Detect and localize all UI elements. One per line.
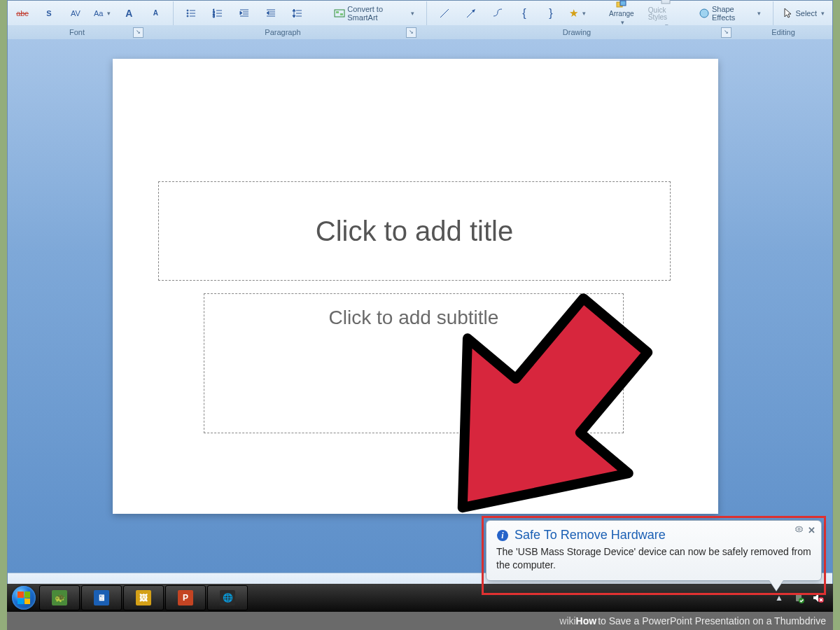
svg-marker-16: [240, 11, 242, 15]
svg-marker-26: [293, 9, 295, 11]
taskbar-app-3[interactable]: 🖼: [123, 585, 164, 610]
slide-canvas[interactable]: Click to add title Click to add subtitle: [113, 59, 718, 514]
convert-smartart-button[interactable]: Convert to SmartArt: [328, 2, 421, 24]
svg-point-2: [187, 13, 188, 14]
increase-indent-button[interactable]: [259, 4, 283, 23]
bullets-button[interactable]: [179, 4, 203, 23]
select-button[interactable]: Select: [778, 2, 830, 24]
arrange-button[interactable]: Arrange: [604, 1, 639, 25]
caption-how: How: [576, 615, 597, 626]
balloon-close-icon[interactable]: ✕: [808, 525, 816, 536]
quick-styles-icon: [660, 0, 671, 5]
slide-workspace[interactable]: Click to add title Click to add subtitle: [8, 39, 832, 573]
editing-group-label: Editing: [734, 25, 832, 39]
drawing-group-label: Drawing↘: [419, 25, 734, 39]
subtitle-placeholder[interactable]: Click to add subtitle: [204, 293, 624, 433]
quick-styles-button[interactable]: Quick Styles: [642, 1, 690, 25]
group-separator: [773, 1, 774, 25]
tray-safely-remove-icon[interactable]: [792, 592, 805, 604]
shape-brace-right-button[interactable]: }: [539, 4, 563, 23]
group-separator: [426, 1, 427, 25]
taskbar-powerpoint[interactable]: P: [165, 585, 206, 610]
shape-arrow-button[interactable]: [459, 4, 483, 23]
shape-brace-left-button[interactable]: {: [512, 4, 536, 23]
convert-smartart-label: Convert to SmartArt: [347, 5, 407, 22]
char-spacing-icon: AV: [70, 8, 81, 19]
caption-title: to Save a PowerPoint Presentation on a T…: [598, 615, 826, 626]
balloon-body[interactable]: ✕ i Safe To Remove Hardware The 'USB Mas…: [486, 520, 822, 581]
balloon-title: Safe To Remove Hardware: [514, 528, 666, 542]
text-shadow-button[interactable]: S: [37, 4, 61, 23]
char-spacing-button[interactable]: AV: [64, 4, 88, 23]
shape-effects-button[interactable]: Shape Effects: [692, 2, 767, 24]
system-tray: ▲: [773, 592, 830, 604]
svg-point-4: [187, 15, 188, 17]
decrease-indent-icon: [239, 8, 250, 19]
decrease-indent-button[interactable]: [232, 4, 256, 23]
shape-star-button[interactable]: ★: [566, 4, 589, 23]
shape-connector-button[interactable]: [486, 4, 510, 23]
wikihow-caption: wikiHow to Save a PowerPoint Presentatio…: [7, 612, 833, 630]
svg-text:3: 3: [213, 14, 215, 18]
star-icon: ★: [569, 8, 578, 19]
strikethrough-icon: abc: [17, 8, 28, 19]
arrange-label: Arrange: [609, 10, 634, 18]
svg-rect-35: [620, 1, 626, 6]
svg-point-0: [187, 10, 188, 11]
taskbar-app-2[interactable]: 🖥: [81, 585, 122, 610]
arrange-icon: [616, 0, 627, 8]
start-button[interactable]: [10, 584, 38, 612]
svg-marker-27: [293, 15, 295, 18]
title-placeholder-text: Click to add title: [316, 216, 513, 247]
app-icon: 🖥: [94, 590, 109, 606]
shape-line-icon: [439, 8, 450, 19]
start-orb-icon: [12, 586, 36, 610]
balloon-message: The 'USB Mass Storage Device' device can…: [496, 545, 811, 572]
font-group-label: Font↘: [8, 25, 146, 39]
powerpoint-icon: P: [178, 590, 193, 606]
svg-rect-36: [662, 0, 670, 4]
windows-taskbar: 🐢 🖥 🖼 P 🌐 ▲: [7, 584, 833, 612]
grow-font-button[interactable]: A: [117, 4, 141, 23]
numbering-button[interactable]: 123: [206, 4, 230, 23]
change-case-icon: Aa: [94, 8, 103, 19]
app-icon: 🖼: [136, 590, 151, 606]
taskbar-app-5[interactable]: 🌐: [207, 585, 248, 610]
shape-connector-icon: [492, 8, 503, 19]
svg-point-37: [700, 9, 708, 18]
svg-marker-21: [267, 11, 269, 15]
balloon-settings-icon[interactable]: [794, 525, 804, 536]
bullets-icon: [186, 8, 197, 19]
app-icon: 🐢: [52, 590, 67, 606]
svg-rect-29: [336, 11, 339, 13]
app-icon: 🌐: [220, 590, 235, 606]
change-case-button[interactable]: Aa: [90, 4, 114, 23]
cursor-icon: [783, 8, 793, 19]
tray-show-hidden-icon[interactable]: ▲: [773, 592, 785, 604]
shrink-font-button[interactable]: A: [144, 4, 167, 23]
subtitle-placeholder-text: Click to add subtitle: [329, 307, 499, 329]
brace-left-icon: {: [519, 8, 530, 19]
text-shadow-icon: S: [43, 8, 55, 19]
quick-styles-label: Quick Styles: [648, 7, 683, 21]
shape-effects-label: Shape Effects: [712, 5, 753, 22]
grow-font-icon: A: [123, 8, 134, 19]
shape-line-button[interactable]: [433, 4, 456, 23]
shape-effects-icon: [699, 8, 710, 19]
drawing-dialog-launcher[interactable]: ↘: [721, 27, 732, 38]
select-label: Select: [795, 9, 817, 18]
ribbon-group-labels: Font↘ Paragraph↘ Drawing↘ Editing: [8, 25, 832, 40]
strikethrough-button[interactable]: abc: [10, 4, 34, 23]
shape-arrow-icon: [465, 8, 477, 19]
info-icon: i: [496, 529, 509, 542]
paragraph-dialog-launcher[interactable]: ↘: [406, 27, 416, 38]
notification-balloon: ✕ i Safe To Remove Hardware The 'USB Mas…: [486, 520, 822, 581]
line-spacing-icon: [292, 8, 303, 19]
line-spacing-button[interactable]: [286, 4, 309, 23]
brace-right-icon: }: [545, 8, 556, 19]
tray-volume-muted-icon[interactable]: [812, 592, 825, 604]
taskbar-app-1[interactable]: 🐢: [39, 585, 80, 610]
title-placeholder[interactable]: Click to add title: [158, 181, 671, 281]
font-dialog-launcher[interactable]: ↘: [133, 27, 144, 38]
group-separator: [173, 1, 174, 25]
